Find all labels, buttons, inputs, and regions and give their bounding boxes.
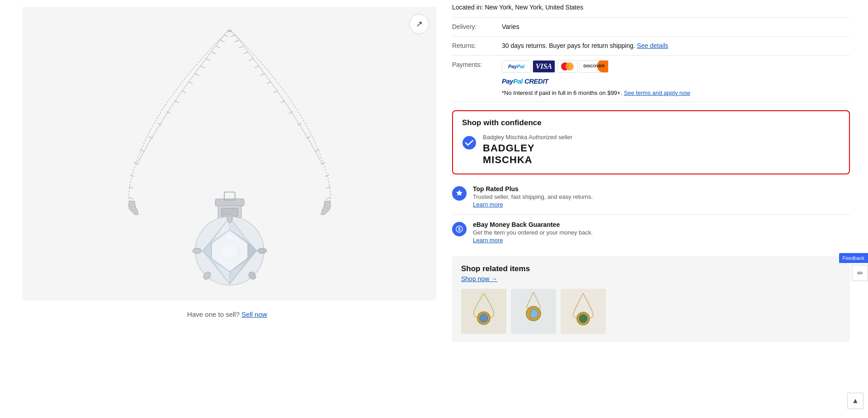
see-terms-link[interactable]: See terms and apply now: [624, 89, 690, 96]
svg-point-61: [193, 248, 202, 254]
svg-text:$: $: [458, 227, 461, 232]
svg-line-37: [326, 197, 330, 199]
svg-line-27: [267, 82, 271, 84]
paypal-icon: PayPal: [502, 60, 531, 73]
chevron-up-icon: ▲: [852, 397, 859, 405]
location-row: Located in: New York, New York, United S…: [452, 0, 850, 18]
svg-rect-76: [561, 289, 606, 334]
svg-point-78: [579, 315, 587, 323]
payments-label: Payments:: [452, 60, 502, 68]
svg-line-9: [182, 91, 186, 93]
top-rated-item: Top Rated Plus Trusted seller, fast ship…: [452, 179, 850, 215]
svg-line-7: [195, 74, 199, 75]
svg-line-18: [129, 197, 133, 199]
product-image-container: ↗: [23, 7, 436, 301]
delivery-row: Delivery: Varies: [452, 18, 850, 37]
svg-line-25: [255, 66, 259, 68]
svg-line-24: [249, 59, 253, 61]
product-info-section: Located in: New York, New York, United S…: [439, 0, 868, 418]
svg-line-22: [239, 46, 243, 48]
svg-line-21: [235, 40, 239, 42]
badgley-logo: BADGLEY MISCHKA: [483, 142, 572, 166]
svg-line-5: [206, 59, 210, 61]
returns-value: 30 days returns. Buyer pays for return s…: [502, 41, 850, 51]
svg-line-2: [221, 40, 225, 42]
svg-line-8: [189, 82, 193, 84]
related-item-3[interactable]: [561, 289, 606, 334]
related-item-1[interactable]: [461, 289, 506, 334]
payments-row: Payments: PayPal VISA: [452, 56, 850, 102]
returns-see-details-link[interactable]: See details: [637, 42, 668, 49]
related-items-section: Shop related items Shop now →: [452, 256, 850, 342]
authorized-text: Badgley Mischka Authorized seller: [483, 134, 572, 141]
discover-icon: DISCOVER: [580, 60, 609, 73]
confidence-title: Shop with confidence: [462, 118, 840, 127]
related-title: Shop related items: [461, 264, 841, 273]
svg-line-4: [212, 52, 216, 54]
badgley-mischka-item: Badgley Mischka Authorized seller BADGLE…: [462, 134, 840, 166]
expand-image-button[interactable]: ↗: [409, 14, 429, 34]
delivery-label: Delivery:: [452, 22, 502, 30]
delivery-value: Varies: [502, 22, 850, 32]
no-interest-text: *No Interest if paid in full in 6 months…: [502, 89, 690, 98]
top-rated-learn-more[interactable]: Learn more: [473, 201, 593, 208]
returns-row: Returns: 30 days returns. Buyer pays for…: [452, 37, 850, 56]
top-rated-desc: Trusted seller, fast shipping, and easy …: [473, 193, 593, 200]
scroll-top-button[interactable]: ▲: [847, 393, 863, 409]
paypal-credit-section: PayPal CREDIT *No Interest if paid in fu…: [502, 76, 690, 97]
svg-line-28: [274, 91, 278, 93]
top-rated-content: Top Rated Plus Trusted seller, fast ship…: [473, 185, 593, 208]
expand-icon: ↗: [416, 19, 423, 29]
sell-now-link[interactable]: Sell now: [241, 310, 267, 318]
authorized-seller-badge: [462, 136, 476, 150]
svg-line-3: [216, 46, 220, 48]
money-back-learn-more[interactable]: Learn more: [473, 237, 593, 244]
svg-point-59: [227, 214, 232, 223]
money-back-icon: $: [452, 222, 467, 236]
paypal-credit-logo: PayPal CREDIT: [502, 76, 690, 87]
badgley-logo-section: Badgley Mischka Authorized seller BADGLE…: [483, 134, 572, 166]
svg-point-73: [480, 314, 488, 322]
top-rated-icon: [452, 186, 467, 201]
visa-icon: VISA: [533, 60, 555, 73]
payments-icons: PayPal VISA: [502, 60, 690, 97]
svg-point-68: [462, 136, 476, 150]
money-back-content: eBay Money Back Guarantee Get the item y…: [473, 221, 593, 244]
top-rated-title: Top Rated Plus: [473, 185, 593, 193]
feedback-widget: Feedback ✏: [839, 253, 868, 281]
sell-text: Have one to sell? Sell now: [23, 310, 432, 318]
svg-line-20: [231, 35, 235, 37]
svg-line-33: [315, 150, 319, 151]
svg-line-23: [244, 52, 248, 54]
feedback-pencil-icon: ✏: [857, 269, 863, 277]
svg-line-14: [140, 150, 144, 151]
feedback-button[interactable]: Feedback: [839, 253, 868, 263]
svg-line-1: [224, 35, 228, 37]
shop-confidence-box: Shop with confidence Badgley Mischka Aut…: [452, 110, 850, 174]
money-back-desc: Get the item you ordered or your money b…: [473, 229, 593, 236]
related-item-2[interactable]: [511, 289, 556, 334]
svg-line-26: [260, 74, 264, 75]
related-shop-now-link[interactable]: Shop now →: [461, 275, 841, 282]
mastercard-icon: [557, 60, 578, 73]
related-items-row: [461, 289, 841, 334]
returns-label: Returns:: [452, 41, 502, 49]
svg-point-60: [258, 248, 267, 254]
svg-rect-71: [461, 289, 506, 334]
money-back-title: eBay Money Back Guarantee: [473, 221, 593, 228]
svg-line-6: [201, 66, 205, 68]
feedback-icon-box[interactable]: ✏: [852, 265, 868, 281]
necklace-image: [112, 20, 347, 287]
money-back-item: $ eBay Money Back Guarantee Get the item…: [452, 215, 850, 250]
